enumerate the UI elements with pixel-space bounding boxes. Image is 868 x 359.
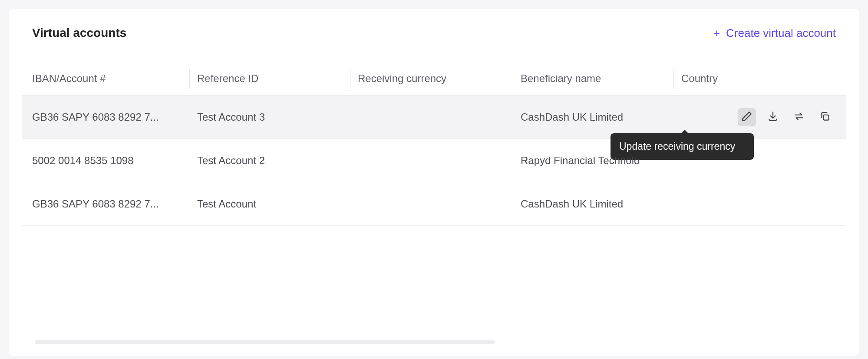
card-header: Virtual accounts + Create virtual accoun… xyxy=(22,26,846,40)
edit-currency-button[interactable]: Update receiving currency xyxy=(738,108,756,126)
table-body: GB36 SAPY 6083 8292 7... Test Account 3 … xyxy=(22,96,846,226)
cell-reference: Test Account xyxy=(197,198,358,210)
download-icon xyxy=(767,111,779,124)
column-header-reference[interactable]: Reference ID xyxy=(197,72,358,85)
table-row[interactable]: 5002 0014 8535 1098 Test Account 2 Rapyd… xyxy=(22,139,846,182)
row-actions: Update receiving currency xyxy=(738,108,834,126)
accounts-table: IBAN/Account # Reference ID Receiving cu… xyxy=(22,62,846,226)
cell-iban: GB36 SAPY 6083 8292 7... xyxy=(32,111,197,123)
column-header-currency[interactable]: Receiving currency xyxy=(358,72,521,85)
download-button[interactable] xyxy=(764,108,782,126)
cell-beneficiary: CashDash UK Limited xyxy=(521,198,681,210)
table-row[interactable]: GB36 SAPY 6083 8292 7... Test Account 3 … xyxy=(22,96,846,139)
create-button-label: Create virtual account xyxy=(726,26,836,40)
column-header-country[interactable]: Country xyxy=(681,72,836,85)
horizontal-scrollbar[interactable] xyxy=(35,340,495,344)
transfer-button[interactable] xyxy=(790,108,808,126)
table-row[interactable]: GB36 SAPY 6083 8292 7... Test Account Ca… xyxy=(22,182,846,226)
pencil-icon xyxy=(741,111,752,124)
page-title: Virtual accounts xyxy=(32,26,126,40)
transfer-icon xyxy=(793,111,805,124)
cell-reference: Test Account 3 xyxy=(197,111,358,123)
column-header-iban[interactable]: IBAN/Account # xyxy=(32,72,197,85)
cell-beneficiary: CashDash UK Limited xyxy=(521,111,681,123)
column-header-beneficiary[interactable]: Beneficiary name xyxy=(521,72,681,85)
svg-rect-0 xyxy=(824,115,829,120)
copy-button[interactable] xyxy=(816,108,834,126)
cell-beneficiary: Rapyd Financial Technolo xyxy=(521,155,681,167)
cell-iban: 5002 0014 8535 1098 xyxy=(32,155,197,167)
cell-reference: Test Account 2 xyxy=(197,155,358,167)
create-virtual-account-button[interactable]: + Create virtual account xyxy=(713,26,836,40)
table-header-row: IBAN/Account # Reference ID Receiving cu… xyxy=(22,62,846,96)
virtual-accounts-card: Virtual accounts + Create virtual accoun… xyxy=(9,9,859,356)
plus-icon: + xyxy=(713,27,720,39)
cell-iban: GB36 SAPY 6083 8292 7... xyxy=(32,198,197,210)
copy-icon xyxy=(819,111,831,124)
